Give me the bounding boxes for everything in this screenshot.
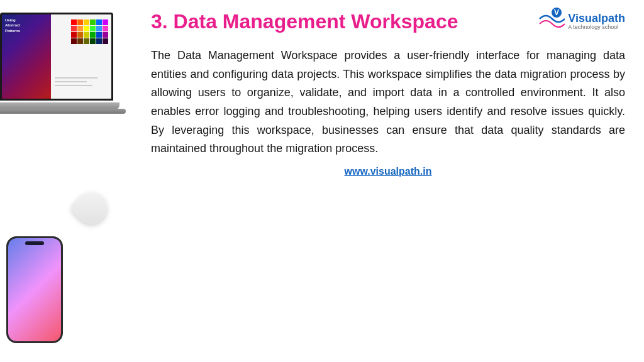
- color-grid: [71, 19, 108, 44]
- website-link[interactable]: www.visualpath.in: [151, 163, 625, 180]
- logo-tagline: A technology school: [568, 25, 625, 31]
- slider-controls: [55, 77, 108, 86]
- laptop-screen: UsingAbstractPatterns: [0, 13, 113, 101]
- logo-text: Visualpath A technology school: [568, 13, 625, 31]
- device-collage: UsingAbstractPatterns: [0, 0, 138, 362]
- slide-container: UsingAbstractPatterns: [0, 0, 644, 362]
- svg-text:V: V: [554, 8, 559, 17]
- logo-icon: V: [536, 6, 565, 37]
- screen-content: UsingAbstractPatterns: [2, 14, 111, 99]
- header-area: 3. Data Management Workspace V Visualpat…: [151, 9, 625, 37]
- earphones: [75, 192, 119, 236]
- laptop-mockup: UsingAbstractPatterns: [0, 0, 132, 201]
- laptop-base: [0, 109, 126, 114]
- content-area: The Data Management Workspace provides a…: [151, 47, 625, 353]
- right-panel: 3. Data Management Workspace V Visualpat…: [138, 0, 644, 362]
- phone-body: [6, 236, 63, 343]
- phone-notch: [25, 241, 44, 245]
- phone-mockup: [6, 236, 69, 349]
- earphone-pod: [69, 186, 114, 231]
- logo-container: V Visualpath A technology school: [536, 6, 625, 37]
- slide-title: 3. Data Management Workspace: [151, 9, 530, 33]
- phone-screen: [8, 238, 61, 341]
- left-panel: UsingAbstractPatterns: [0, 0, 138, 362]
- main-paragraph: The Data Management Workspace provides a…: [151, 47, 625, 158]
- logo-brand-name: Visualpath: [568, 13, 625, 25]
